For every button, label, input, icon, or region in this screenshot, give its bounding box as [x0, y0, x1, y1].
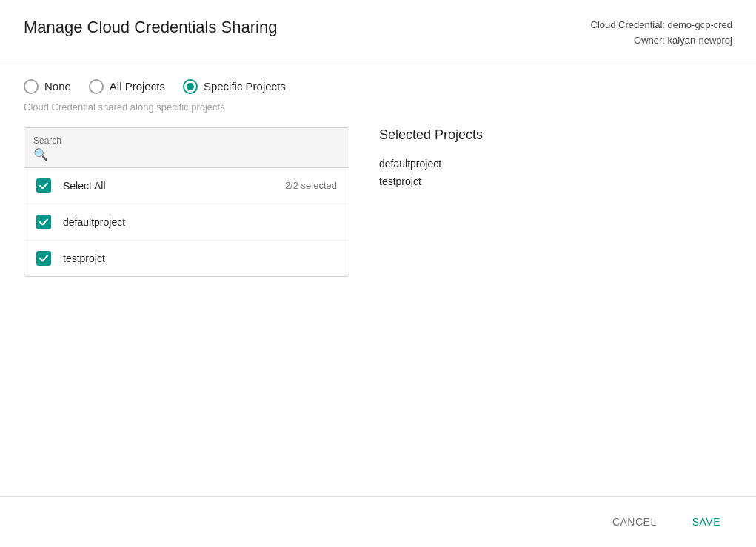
radio-label-specific: Specific Projects [204, 80, 286, 93]
credential-label: Cloud Credential: demo-gcp-cred [591, 18, 732, 33]
search-list-box: Search 🔍 Sele [24, 127, 349, 277]
list-item-testprojct-left: testprojct [36, 251, 105, 266]
page-header: Manage Cloud Credentials Sharing Cloud C… [0, 0, 756, 61]
panels: Search 🔍 Sele [24, 127, 732, 277]
owner-label: Owner: kalyan-newproj [591, 33, 732, 49]
search-icon: 🔍 [33, 147, 48, 161]
checkbox-defaultproject[interactable] [36, 215, 51, 229]
checkbox-testprojct[interactable] [36, 251, 51, 266]
list-item-defaultproject-left: defaultproject [36, 215, 125, 229]
save-button[interactable]: SAVE [680, 509, 732, 535]
radio-label-all: All Projects [110, 80, 165, 93]
list-item-testprojct[interactable]: testprojct [24, 241, 349, 276]
footer: CANCEL SAVE [0, 496, 756, 547]
main-content: None All Projects Specific Projects Clou… [0, 61, 756, 496]
left-panel: Search 🔍 Sele [24, 127, 349, 277]
selected-item-defaultproject: defaultproject [379, 155, 732, 172]
page-title: Manage Cloud Credentials Sharing [24, 18, 277, 37]
select-all-checkbox[interactable] [36, 178, 51, 193]
item-label-testprojct: testprojct [63, 252, 105, 264]
radio-all-projects[interactable]: All Projects [89, 79, 165, 94]
selected-projects-title: Selected Projects [379, 127, 732, 143]
radio-group: None All Projects Specific Projects [24, 79, 732, 94]
select-all-label: Select All [63, 180, 106, 192]
header-info: Cloud Credential: demo-gcp-cred Owner: k… [591, 18, 732, 49]
subtitle: Cloud Credential shared along specific p… [24, 101, 732, 113]
search-label: Search [33, 135, 340, 146]
select-all-item[interactable]: Select All 2/2 selected [24, 168, 349, 204]
list-items: Select All 2/2 selected defaultproject [24, 168, 349, 276]
list-item-defaultproject[interactable]: defaultproject [24, 204, 349, 241]
radio-circle-none [24, 79, 39, 94]
selected-item-testprojct: testprojct [379, 172, 732, 190]
search-area[interactable]: Search 🔍 [24, 128, 349, 168]
right-panel: Selected Projects defaultproject testpro… [379, 127, 732, 277]
selected-count: 2/2 selected [285, 180, 337, 191]
search-input[interactable] [53, 148, 340, 160]
radio-label-none: None [44, 80, 71, 93]
radio-specific-projects[interactable]: Specific Projects [183, 79, 286, 94]
select-all-left: Select All [36, 178, 106, 193]
radio-circle-specific [183, 79, 198, 94]
search-icon-row: 🔍 [33, 147, 340, 161]
radio-circle-all [89, 79, 104, 94]
radio-none[interactable]: None [24, 79, 71, 94]
cancel-button[interactable]: CANCEL [601, 509, 669, 535]
item-label-defaultproject: defaultproject [63, 216, 125, 228]
